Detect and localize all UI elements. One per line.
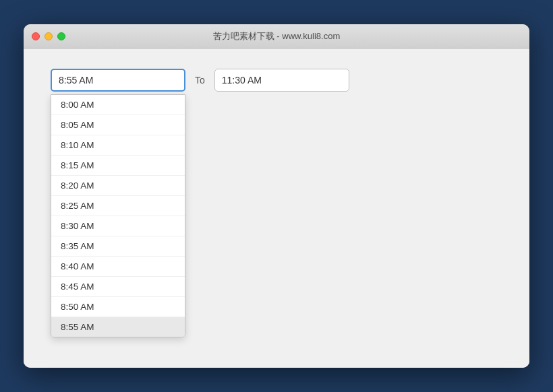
list-item[interactable]: 8:55 AM (51, 317, 185, 337)
window-content: 8:00 AM8:05 AM8:10 AM8:15 AM8:20 AM8:25 … (24, 48, 529, 368)
from-time-wrapper: 8:00 AM8:05 AM8:10 AM8:15 AM8:20 AM8:25 … (51, 69, 185, 92)
from-time-input[interactable] (51, 69, 185, 92)
to-time-input[interactable] (214, 69, 349, 92)
to-time-wrapper (214, 69, 349, 92)
list-item[interactable]: 8:25 AM (51, 196, 185, 216)
window-title: 苦力吧素材下载 - www.kuli8.com (213, 30, 341, 42)
minimize-button[interactable] (45, 32, 53, 40)
title-bar: 苦力吧素材下载 - www.kuli8.com (24, 24, 529, 48)
to-label: To (195, 75, 205, 86)
list-item[interactable]: 8:40 AM (51, 257, 185, 277)
list-item[interactable]: 8:15 AM (51, 156, 185, 176)
list-item[interactable]: 8:20 AM (51, 176, 185, 196)
list-item[interactable]: 8:05 AM (51, 115, 185, 135)
close-button[interactable] (32, 32, 40, 40)
time-dropdown: 8:00 AM8:05 AM8:10 AM8:15 AM8:20 AM8:25 … (51, 94, 185, 337)
list-item[interactable]: 8:45 AM (51, 277, 185, 297)
time-pickers-row: 8:00 AM8:05 AM8:10 AM8:15 AM8:20 AM8:25 … (51, 69, 502, 92)
list-item[interactable]: 8:10 AM (51, 135, 185, 156)
list-item[interactable]: 8:00 AM (51, 95, 185, 115)
list-item[interactable]: 8:35 AM (51, 236, 185, 257)
maximize-button[interactable] (57, 32, 65, 40)
list-item[interactable]: 8:30 AM (51, 216, 185, 236)
traffic-lights (32, 32, 65, 40)
list-item[interactable]: 8:50 AM (51, 297, 185, 317)
app-window: 苦力吧素材下载 - www.kuli8.com 8:00 AM8:05 AM8:… (24, 24, 529, 368)
